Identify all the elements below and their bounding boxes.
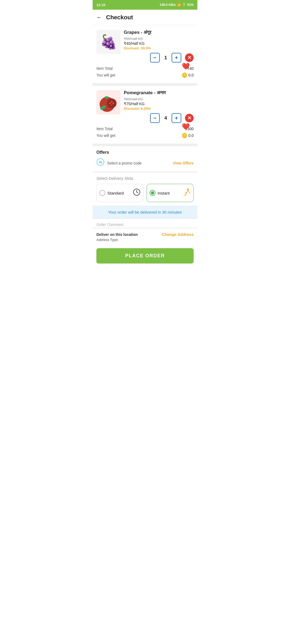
product-card-pomegranate: Pomegranate - अनार ₹80/Half KG ₹75/Half …	[93, 86, 197, 123]
qty-decrease-grapes[interactable]: −	[150, 53, 160, 63]
wifi-icon: 📶	[177, 3, 181, 7]
current-price-grapes: ₹40/Half KG	[124, 41, 194, 46]
promo-placeholder[interactable]: Select a promo code	[107, 161, 142, 165]
offers-section: Offers % Select a promo code View Offers	[93, 146, 197, 172]
favorite-grapes[interactable]: ❤️	[182, 63, 190, 70]
slot-standard-label: Standard	[107, 191, 124, 195]
pomegranate-svg	[98, 92, 119, 113]
delivery-section: Select Delivery Slots Standard	[93, 172, 197, 206]
coins-value-pomegranate: 🪙 0.0	[182, 133, 194, 138]
svg-line-19	[188, 190, 189, 192]
coins-amount-pomegranate: 0.0	[189, 133, 194, 138]
promo-icon: %	[96, 158, 104, 168]
divider-2	[93, 144, 197, 146]
svg-point-4	[111, 101, 113, 103]
clock-svg	[133, 188, 140, 196]
svg-line-20	[189, 192, 190, 193]
coins-label-grapes: You will get	[96, 73, 115, 77]
qty-value-pomegranate: 4	[162, 115, 169, 121]
product-image-pomegranate	[96, 90, 121, 114]
promo-row: % Select a promo code View Offers	[96, 158, 194, 168]
promo-left: % Select a promo code	[96, 158, 142, 168]
svg-line-18	[184, 195, 186, 195]
coin-icon-pomegranate: 🪙	[182, 133, 187, 138]
status-battery: 81%	[187, 3, 194, 7]
page-title: Checkout	[106, 14, 133, 21]
runner-svg	[182, 188, 191, 196]
product-details-pomegranate: Pomegranate - अनार ₹80/Half KG ₹75/Half …	[124, 90, 194, 123]
original-price-pomegranate: ₹80/Half KG	[124, 97, 194, 101]
battery-icon: 🔋	[182, 3, 186, 7]
radio-standard	[99, 190, 105, 196]
slot-instant[interactable]: Instant	[147, 184, 194, 202]
product-card-grapes: 🍇 Grapes - अंगूर ₹50/Half KG ₹40/Half KG…	[93, 25, 197, 63]
quantity-row-pomegranate: − 4 + ✕	[124, 113, 194, 123]
qty-increase-pomegranate[interactable]: +	[172, 113, 181, 123]
deliver-row: Deliver on this location Change Address	[96, 232, 194, 237]
deliver-label: Deliver on this location	[96, 232, 138, 237]
product-details-grapes: Grapes - अंगूर ₹50/Half KG ₹40/Half KG D…	[124, 30, 194, 63]
current-price-pomegranate: ₹75/Half KG	[124, 102, 194, 106]
favorite-pomegranate[interactable]: ❤️	[182, 123, 190, 130]
radio-instant	[150, 190, 155, 196]
delivery-slots-title: Select Delivery Slots	[96, 176, 194, 181]
qty-decrease-pomegranate[interactable]: −	[150, 113, 160, 123]
qty-value-grapes: 1	[162, 55, 169, 61]
status-signal: 148.5 KB/s	[160, 3, 176, 7]
svg-point-5	[113, 103, 114, 104]
slot-standard-left: Standard	[99, 190, 124, 196]
address-section: Deliver on this location Change Address …	[93, 228, 197, 246]
delivery-banner: Your order will be delivered in 30 minut…	[93, 206, 197, 219]
coins-label-pomegranate: You will get	[96, 133, 115, 138]
original-price-grapes: ₹50/Half KG	[124, 37, 194, 41]
svg-text:%: %	[99, 160, 102, 164]
order-comment-section: Order Comment	[93, 219, 197, 228]
view-offers-button[interactable]: View Offers	[173, 161, 194, 165]
coins-amount-grapes: 0.0	[189, 73, 194, 77]
runner-icon	[182, 188, 191, 198]
item-total-label-pomegranate: Item Total	[96, 127, 113, 131]
status-bar: 12:10 148.5 KB/s 📶 🔋 81%	[93, 0, 197, 10]
item-total-label-grapes: Item Total	[96, 66, 113, 71]
slots-row: Standard Instant	[96, 184, 194, 202]
qty-increase-grapes[interactable]: +	[172, 53, 181, 63]
product-name-pomegranate: Pomegranate - अनार	[124, 90, 194, 96]
remove-grapes[interactable]: ✕	[185, 53, 194, 62]
radio-inner-instant	[151, 191, 154, 195]
status-time: 12:10	[96, 3, 105, 7]
svg-point-1	[107, 98, 117, 108]
promo-tag-svg: %	[96, 158, 104, 166]
discount-grapes: Discount: 20.0%	[124, 46, 194, 50]
slot-instant-left: Instant	[150, 190, 170, 196]
slot-instant-label: Instant	[158, 191, 170, 195]
place-order-button[interactable]: PLACE ORDER	[96, 248, 194, 264]
svg-point-7	[109, 103, 111, 104]
clock-icon	[133, 188, 140, 197]
svg-line-13	[137, 192, 138, 193]
delivery-banner-text: Your order will be delivered in 30 minut…	[108, 210, 182, 214]
slot-standard[interactable]: Standard	[96, 184, 143, 202]
svg-rect-3	[106, 96, 107, 99]
svg-point-6	[111, 104, 113, 106]
svg-line-15	[187, 190, 188, 192]
product-name-grapes: Grapes - अंगूर	[124, 30, 194, 35]
coin-icon-grapes: 🪙	[182, 72, 187, 78]
coins-value-grapes: 🪙 0.0	[182, 72, 194, 78]
offers-title: Offers	[96, 150, 194, 155]
change-address-button[interactable]: Change Address	[162, 232, 194, 237]
remove-pomegranate[interactable]: ✕	[185, 114, 194, 122]
quantity-row-grapes: − 1 + ✕	[124, 53, 194, 63]
header: ← Checkout	[93, 10, 197, 25]
status-right: 148.5 KB/s 📶 🔋 81%	[160, 3, 194, 7]
back-button[interactable]: ←	[96, 14, 102, 21]
discount-pomegranate: Discount: 6.25%	[124, 107, 194, 111]
address-type: Address Type:	[96, 238, 194, 242]
order-comment-label[interactable]: Order Comment	[96, 222, 194, 227]
product-image-grapes: 🍇	[96, 30, 121, 54]
divider-1	[93, 84, 197, 86]
